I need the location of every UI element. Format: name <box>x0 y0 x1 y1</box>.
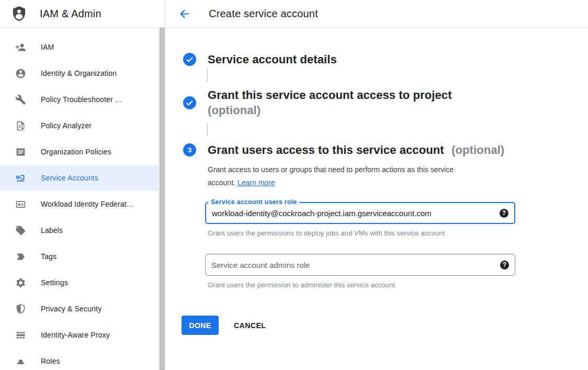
help-icon[interactable]: ? <box>500 261 509 270</box>
top-bar: IAM & Admin Create service account <box>0 0 588 28</box>
sidebar-item-roles[interactable]: Roles <box>0 348 159 370</box>
step-2-title: Grant this service account access to pro… <box>208 87 452 118</box>
admins-role-helper-text: Grant users the permission to administer… <box>208 281 515 289</box>
sidebar-item-workload-identity-federation[interactable]: Workload Identity Federat… <box>0 191 159 217</box>
arrow-left-icon <box>178 7 191 20</box>
sidebar-scrollbar-thumb[interactable] <box>160 28 165 370</box>
step-3-optional-tag: (optional) <box>451 143 504 156</box>
sidebar-item-labels[interactable]: Labels <box>0 217 159 243</box>
users-role-helper-text: Grant users the permissions to deploy jo… <box>208 229 515 237</box>
step-1-service-account-details[interactable]: Service account details <box>183 52 588 67</box>
learn-more-link[interactable]: Learn more <box>238 178 275 187</box>
service-account-admins-role-field: ? Grant users the permission to administ… <box>205 254 515 289</box>
stepper-connector <box>207 69 208 82</box>
create-service-account-stepper: Service account details Grant this servi… <box>165 28 588 335</box>
wrench-icon <box>15 94 26 105</box>
step-complete-check-icon <box>183 53 196 66</box>
step-2-optional-tag: (optional) <box>208 103 452 118</box>
help-icon[interactable]: ? <box>500 209 508 218</box>
sidebar-item-settings[interactable]: Settings <box>0 270 159 296</box>
sidebar-item-privacy-security[interactable]: Privacy & Security <box>0 296 159 322</box>
sidebar-item-organization-policies[interactable]: Organization Policies <box>0 139 159 165</box>
cancel-button[interactable]: CANCEL <box>234 321 266 330</box>
tag-icon <box>15 251 26 262</box>
step-1-title: Service account details <box>208 52 337 67</box>
admins-role-input-box: ? <box>205 254 515 276</box>
shield-half-icon <box>15 303 26 315</box>
form-actions: DONE CANCEL <box>182 316 588 335</box>
main-content: Service account details Grant this servi… <box>165 28 588 370</box>
sidebar-item-policy-troubleshooter[interactable]: Policy Troubleshooter … <box>0 86 159 113</box>
person-add-icon <box>15 41 26 53</box>
proxy-icon <box>15 329 26 341</box>
org-policies-icon <box>15 146 26 158</box>
users-role-floating-label: Service account users role <box>208 198 299 206</box>
sidebar-item-service-accounts[interactable]: Service Accounts <box>0 165 159 191</box>
sidebar-scrollbar <box>159 28 165 370</box>
service-account-icon <box>15 172 26 184</box>
sidebar-item-tags[interactable]: Tags <box>0 243 159 270</box>
step-3-grant-users-access[interactable]: 3 Grant users access to this service acc… <box>183 142 588 158</box>
label-icon <box>15 225 26 236</box>
step-2-grant-access-to-project[interactable]: Grant this service account access to pro… <box>183 87 588 118</box>
sidebar: IAM Identity & Organization Policy Troub… <box>0 28 165 370</box>
back-button[interactable] <box>178 7 191 20</box>
step-3-description: Grant access to users or groups that nee… <box>208 163 499 189</box>
iam-admin-shield-icon <box>11 5 27 23</box>
service-account-users-role-field: Service account users role ? Grant users… <box>205 202 515 237</box>
step-3-number-badge: 3 <box>183 143 196 156</box>
sidebar-item-policy-analyzer[interactable]: Policy Analyzer <box>0 113 159 139</box>
account-circle-icon <box>15 68 26 79</box>
id-card-icon <box>15 198 26 210</box>
stepper-connector <box>207 124 208 136</box>
hat-icon <box>15 355 26 367</box>
users-role-input[interactable] <box>206 203 500 223</box>
gear-icon <box>15 277 26 288</box>
sidebar-item-iam[interactable]: IAM <box>0 34 159 60</box>
product-title: IAM & Admin <box>40 8 101 20</box>
admins-role-input[interactable] <box>206 254 500 275</box>
policy-analyzer-icon <box>15 120 26 131</box>
done-button[interactable]: DONE <box>182 316 219 335</box>
sidebar-item-identity-aware-proxy[interactable]: Identity-Aware Proxy <box>0 322 159 348</box>
step-3-title: Grant users access to this service accou… <box>208 142 504 158</box>
product-brand: IAM & Admin <box>0 0 165 27</box>
sidebar-item-identity-organization[interactable]: Identity & Organization <box>0 60 159 86</box>
page-title: Create service account <box>209 8 318 20</box>
step-3-body: Grant access to users or groups that nee… <box>208 163 588 335</box>
step-complete-check-icon <box>183 96 196 109</box>
page-header: Create service account <box>165 0 588 27</box>
